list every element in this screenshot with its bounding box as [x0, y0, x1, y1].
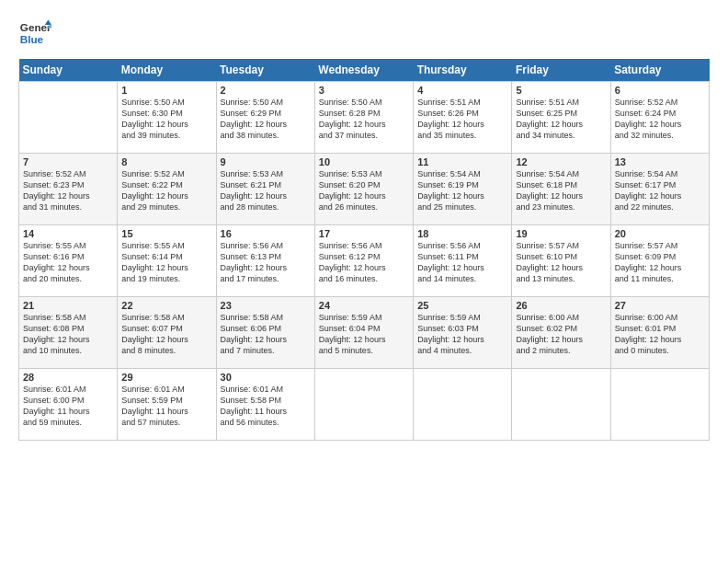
- col-header-thursday: Thursday: [414, 59, 512, 82]
- day-number: 27: [615, 300, 705, 311]
- day-cell: 28Sunrise: 6:01 AM Sunset: 6:00 PM Dayli…: [19, 369, 118, 441]
- day-cell: 6Sunrise: 5:52 AM Sunset: 6:24 PM Daylig…: [610, 82, 709, 154]
- day-cell: 13Sunrise: 5:54 AM Sunset: 6:17 PM Dayli…: [610, 154, 709, 225]
- day-cell: 7Sunrise: 5:52 AM Sunset: 6:23 PM Daylig…: [19, 154, 118, 225]
- day-cell: 23Sunrise: 5:58 AM Sunset: 6:06 PM Dayli…: [216, 297, 314, 369]
- day-number: 17: [319, 228, 409, 239]
- day-cell: 9Sunrise: 5:53 AM Sunset: 6:21 PM Daylig…: [216, 154, 314, 225]
- day-info: Sunrise: 6:00 AM Sunset: 6:01 PM Dayligh…: [615, 312, 705, 357]
- day-number: 16: [221, 228, 311, 239]
- col-header-saturday: Saturday: [610, 59, 709, 82]
- day-cell: 2Sunrise: 5:50 AM Sunset: 6:29 PM Daylig…: [216, 82, 314, 154]
- day-info: Sunrise: 5:54 AM Sunset: 6:17 PM Dayligh…: [615, 168, 705, 213]
- logo-icon: General Blue: [18, 17, 51, 50]
- day-number: 6: [615, 85, 705, 96]
- day-number: 3: [319, 85, 409, 96]
- logo: General Blue: [18, 17, 51, 50]
- day-cell: 12Sunrise: 5:54 AM Sunset: 6:18 PM Dayli…: [512, 154, 610, 225]
- day-cell: 15Sunrise: 5:55 AM Sunset: 6:14 PM Dayli…: [118, 225, 216, 297]
- day-number: 15: [121, 228, 211, 239]
- day-number: 1: [121, 85, 211, 96]
- header: General Blue: [18, 17, 710, 50]
- day-number: 19: [516, 228, 606, 239]
- day-number: 29: [121, 372, 211, 383]
- day-cell: [19, 82, 118, 154]
- day-cell: 17Sunrise: 5:56 AM Sunset: 6:12 PM Dayli…: [314, 225, 413, 297]
- day-info: Sunrise: 6:01 AM Sunset: 5:58 PM Dayligh…: [221, 384, 311, 429]
- day-cell: 19Sunrise: 5:57 AM Sunset: 6:10 PM Dayli…: [512, 225, 610, 297]
- day-info: Sunrise: 5:52 AM Sunset: 6:22 PM Dayligh…: [121, 168, 211, 213]
- day-info: Sunrise: 6:00 AM Sunset: 6:02 PM Dayligh…: [516, 312, 606, 357]
- day-number: 18: [417, 228, 507, 239]
- day-number: 25: [417, 300, 507, 311]
- day-info: Sunrise: 5:58 AM Sunset: 6:08 PM Dayligh…: [23, 312, 113, 357]
- day-number: 7: [23, 156, 113, 167]
- day-cell: 4Sunrise: 5:51 AM Sunset: 6:26 PM Daylig…: [414, 82, 512, 154]
- day-cell: 27Sunrise: 6:00 AM Sunset: 6:01 PM Dayli…: [610, 297, 709, 369]
- week-row: 14Sunrise: 5:55 AM Sunset: 6:16 PM Dayli…: [19, 225, 710, 297]
- day-info: Sunrise: 5:56 AM Sunset: 6:11 PM Dayligh…: [417, 240, 507, 285]
- day-info: Sunrise: 5:58 AM Sunset: 6:06 PM Dayligh…: [221, 312, 311, 357]
- day-cell: 1Sunrise: 5:50 AM Sunset: 6:30 PM Daylig…: [118, 82, 216, 154]
- day-number: 10: [319, 156, 409, 167]
- day-cell: 21Sunrise: 5:58 AM Sunset: 6:08 PM Dayli…: [19, 297, 118, 369]
- day-info: Sunrise: 5:50 AM Sunset: 6:29 PM Dayligh…: [221, 97, 311, 142]
- day-cell: 11Sunrise: 5:54 AM Sunset: 6:19 PM Dayli…: [414, 154, 512, 225]
- week-row: 28Sunrise: 6:01 AM Sunset: 6:00 PM Dayli…: [19, 369, 710, 441]
- day-info: Sunrise: 5:54 AM Sunset: 6:19 PM Dayligh…: [417, 168, 507, 213]
- col-header-monday: Monday: [118, 59, 216, 82]
- col-header-friday: Friday: [512, 59, 610, 82]
- day-cell: 30Sunrise: 6:01 AM Sunset: 5:58 PM Dayli…: [216, 369, 314, 441]
- day-info: Sunrise: 6:01 AM Sunset: 6:00 PM Dayligh…: [23, 384, 113, 429]
- day-cell: [512, 369, 610, 441]
- week-row: 21Sunrise: 5:58 AM Sunset: 6:08 PM Dayli…: [19, 297, 710, 369]
- day-info: Sunrise: 6:01 AM Sunset: 5:59 PM Dayligh…: [121, 384, 211, 429]
- day-info: Sunrise: 5:50 AM Sunset: 6:28 PM Dayligh…: [319, 97, 409, 142]
- day-cell: [414, 369, 512, 441]
- day-cell: 22Sunrise: 5:58 AM Sunset: 6:07 PM Dayli…: [118, 297, 216, 369]
- day-number: 24: [319, 300, 409, 311]
- day-cell: 24Sunrise: 5:59 AM Sunset: 6:04 PM Dayli…: [314, 297, 413, 369]
- day-info: Sunrise: 5:56 AM Sunset: 6:13 PM Dayligh…: [221, 240, 311, 285]
- day-number: 5: [516, 85, 606, 96]
- day-cell: 20Sunrise: 5:57 AM Sunset: 6:09 PM Dayli…: [610, 225, 709, 297]
- day-info: Sunrise: 5:55 AM Sunset: 6:16 PM Dayligh…: [23, 240, 113, 285]
- day-info: Sunrise: 5:50 AM Sunset: 6:30 PM Dayligh…: [121, 97, 211, 142]
- svg-text:Blue: Blue: [20, 33, 44, 45]
- day-info: Sunrise: 5:51 AM Sunset: 6:25 PM Dayligh…: [516, 97, 606, 142]
- day-cell: 16Sunrise: 5:56 AM Sunset: 6:13 PM Dayli…: [216, 225, 314, 297]
- day-info: Sunrise: 5:51 AM Sunset: 6:26 PM Dayligh…: [417, 97, 507, 142]
- day-number: 20: [615, 228, 705, 239]
- day-number: 8: [121, 156, 211, 167]
- day-cell: 5Sunrise: 5:51 AM Sunset: 6:25 PM Daylig…: [512, 82, 610, 154]
- day-cell: 26Sunrise: 6:00 AM Sunset: 6:02 PM Dayli…: [512, 297, 610, 369]
- day-number: 30: [221, 372, 311, 383]
- day-number: 9: [221, 156, 311, 167]
- day-number: 11: [417, 156, 507, 167]
- day-number: 14: [23, 228, 113, 239]
- day-number: 22: [121, 300, 211, 311]
- day-info: Sunrise: 5:58 AM Sunset: 6:07 PM Dayligh…: [121, 312, 211, 357]
- day-info: Sunrise: 5:54 AM Sunset: 6:18 PM Dayligh…: [516, 168, 606, 213]
- day-number: 2: [221, 85, 311, 96]
- day-info: Sunrise: 5:53 AM Sunset: 6:20 PM Dayligh…: [319, 168, 409, 213]
- day-info: Sunrise: 5:59 AM Sunset: 6:03 PM Dayligh…: [417, 312, 507, 357]
- day-number: 26: [516, 300, 606, 311]
- day-info: Sunrise: 5:57 AM Sunset: 6:09 PM Dayligh…: [615, 240, 705, 285]
- day-cell: 8Sunrise: 5:52 AM Sunset: 6:22 PM Daylig…: [118, 154, 216, 225]
- day-number: 12: [516, 156, 606, 167]
- day-info: Sunrise: 5:52 AM Sunset: 6:23 PM Dayligh…: [23, 168, 113, 213]
- day-number: 13: [615, 156, 705, 167]
- day-cell: [610, 369, 709, 441]
- day-info: Sunrise: 5:53 AM Sunset: 6:21 PM Dayligh…: [221, 168, 311, 213]
- day-cell: 29Sunrise: 6:01 AM Sunset: 5:59 PM Dayli…: [118, 369, 216, 441]
- header-row: SundayMondayTuesdayWednesdayThursdayFrid…: [19, 59, 710, 82]
- day-info: Sunrise: 5:52 AM Sunset: 6:24 PM Dayligh…: [615, 97, 705, 142]
- week-row: 7Sunrise: 5:52 AM Sunset: 6:23 PM Daylig…: [19, 154, 710, 225]
- day-cell: 25Sunrise: 5:59 AM Sunset: 6:03 PM Dayli…: [414, 297, 512, 369]
- day-info: Sunrise: 5:57 AM Sunset: 6:10 PM Dayligh…: [516, 240, 606, 285]
- col-header-sunday: Sunday: [19, 59, 118, 82]
- day-number: 21: [23, 300, 113, 311]
- day-number: 28: [23, 372, 113, 383]
- day-number: 4: [417, 85, 507, 96]
